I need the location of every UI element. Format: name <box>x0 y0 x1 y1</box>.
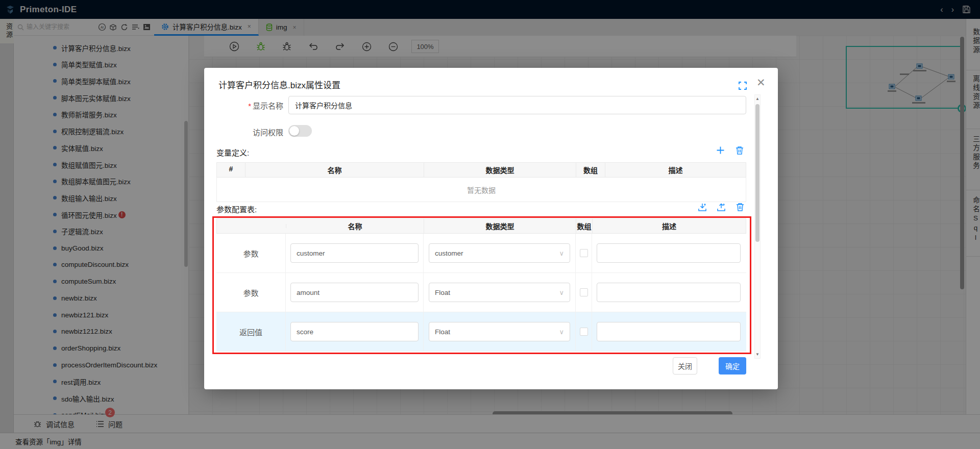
access-permission-label: 访问权限 <box>216 127 283 137</box>
display-name-input[interactable] <box>288 96 746 114</box>
variable-section-label: 变量定义: <box>216 147 249 158</box>
variable-column-header: 描述 <box>605 163 746 177</box>
variable-table: #名称数据类型数组描述 暂无数据 <box>216 162 746 202</box>
variable-column-header: # <box>217 163 246 177</box>
ok-button[interactable]: 确定 <box>719 357 746 375</box>
dialog-scrollbar[interactable]: ▲ ▼ <box>754 94 761 359</box>
scroll-down-icon[interactable]: ▼ <box>755 352 760 357</box>
close-icon[interactable]: ✕ <box>756 77 766 88</box>
add-variable-icon[interactable] <box>716 145 725 155</box>
variable-column-header: 数据类型 <box>424 163 576 177</box>
display-name-label: *显示名称 <box>216 100 283 111</box>
toggle-knob <box>289 126 299 136</box>
highlight-red-border <box>212 216 751 354</box>
scroll-up-icon[interactable]: ▲ <box>755 96 760 101</box>
variable-column-header: 名称 <box>246 163 424 177</box>
import-params-icon[interactable] <box>697 202 707 212</box>
dialog-title: 计算客户积分信息.bizx属性设置 <box>218 78 340 91</box>
export-params-icon[interactable] <box>716 202 726 212</box>
required-asterisk: * <box>248 102 251 110</box>
empty-state-text: 暂无数据 <box>216 178 746 202</box>
fullscreen-icon[interactable] <box>739 82 747 90</box>
param-section-label: 参数配置表: <box>216 204 257 214</box>
delete-variable-icon[interactable] <box>734 145 744 155</box>
delete-params-icon[interactable] <box>735 202 745 212</box>
close-button[interactable]: 关闭 <box>673 357 697 375</box>
variable-column-header: 数组 <box>576 163 605 177</box>
scrollbar-thumb[interactable] <box>755 104 760 242</box>
access-permission-toggle[interactable] <box>288 125 312 137</box>
properties-dialog: 计算客户积分信息.bizx属性设置 ✕ *显示名称 访问权限 变量定义: #名称… <box>204 68 778 389</box>
application-window: Primeton-IDE ‹ › 资源 AI <box>0 0 980 449</box>
